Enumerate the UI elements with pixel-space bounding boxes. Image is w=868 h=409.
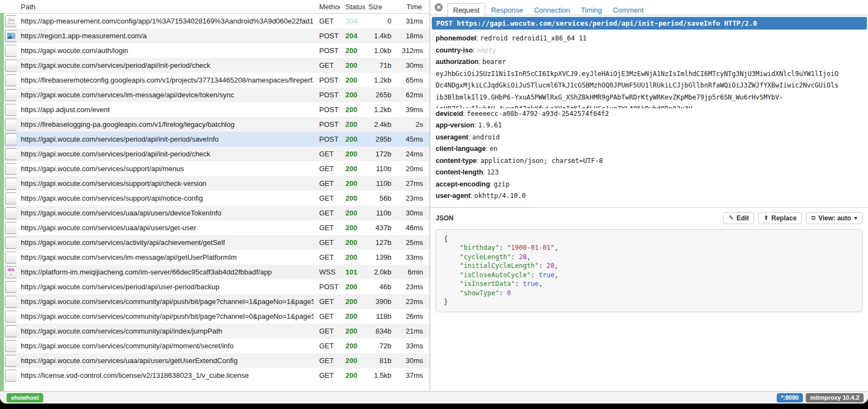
header-line[interactable]: content-length: 123 <box>436 167 863 179</box>
header-line[interactable]: app-version: 1.9.61 <box>436 120 863 132</box>
flow-list: PathMethodStatusSizeTime 304https://app-… <box>0 0 430 391</box>
view-mode-button[interactable]: ⧉View: auto▾ <box>806 212 863 224</box>
detail-panel: ✕ RequestResponseConnectionTimingComment… <box>430 0 868 391</box>
flow-row[interactable]: WS⇔https://platform-im.meiqijiacheng.com… <box>0 265 430 279</box>
flow-method: WSS <box>314 268 340 276</box>
flow-row[interactable]: https://gapi.wocute.com/services/period/… <box>0 58 430 73</box>
header-name: authorization <box>436 58 478 66</box>
flow-row[interactable]: https://gapi.wocute.com/services/communi… <box>0 294 430 309</box>
flow-row[interactable]: https://gapi.wocute.com/auth/loginPOST20… <box>0 43 430 58</box>
document-icon <box>5 178 16 190</box>
flow-row[interactable]: https://firebaseremoteconfig.googleapis.… <box>0 73 430 87</box>
flow-size: 139b <box>365 253 396 261</box>
header-colon: : <box>486 145 490 153</box>
flow-method: POST <box>314 106 340 114</box>
flow-status: 101 <box>340 268 365 276</box>
flow-row[interactable]: https://gapi.wocute.com/services/support… <box>0 176 430 191</box>
flow-size: 1.5kb <box>365 371 396 379</box>
flow-size: 390b <box>365 297 396 306</box>
header-line[interactable]: client-language: en <box>436 143 863 155</box>
dropdown-caret-icon: ▾ <box>854 215 857 221</box>
flow-row[interactable]: https://gapi.wocute.com/services/activit… <box>0 235 430 250</box>
header-line[interactable]: content-type: application/json; charset=… <box>436 155 863 167</box>
flow-row[interactable]: https://firebaselogging-pa.googleapis.co… <box>0 117 430 132</box>
header-line[interactable]: phonemodel: redroid redroid11_x86_64 11 <box>436 33 863 45</box>
header-line[interactable]: authorization: bearereyJhbGciOiJSUzI1NiI… <box>436 56 863 108</box>
flow-row[interactable]: https://gapi.wocute.com/services/period/… <box>0 147 430 161</box>
header-name: accept-encoding <box>436 180 490 188</box>
header-line[interactable]: user-agent: okhttp/4.10.0 <box>436 190 863 202</box>
flow-time: 62ms <box>396 91 430 99</box>
flow-row[interactable]: https://app.adjust.com/eventPOST2001.2kb… <box>0 102 430 117</box>
flow-row[interactable]: https://gapi.wocute.com/services/communi… <box>0 338 430 353</box>
header-value: en <box>490 145 497 153</box>
flow-size: 265b <box>365 91 396 99</box>
flow-row[interactable]: https://gapi.wocute.com/services/im-mess… <box>0 87 430 102</box>
main-area: PathMethodStatusSizeTime 304https://app-… <box>0 0 868 391</box>
flow-row[interactable]: https://gapi.wocute.com/services/communi… <box>0 324 430 338</box>
flow-row[interactable]: https://license.vod-control.com/license/… <box>0 368 430 383</box>
header-name: useragent <box>436 133 468 141</box>
button-label: Edit <box>736 214 749 222</box>
flow-row[interactable]: https://gapi.wocute.com/services/communi… <box>0 309 430 324</box>
flow-row[interactable]: https://gapi.wocute.com/services/support… <box>0 191 430 206</box>
flow-method: GET <box>314 371 340 379</box>
flow-status: 200 <box>340 106 365 114</box>
flow-size: 1.4kb <box>365 32 396 40</box>
flow-row[interactable]: https://gapi.wocute.com/services/period/… <box>0 279 430 294</box>
flow-method: GET <box>314 194 340 202</box>
request-line[interactable]: POST https://gapi.wocute.com/services/pe… <box>432 17 867 30</box>
column-header-path: Path <box>16 3 314 11</box>
flow-status: 200 <box>340 224 365 232</box>
flow-status: 200 <box>340 179 365 188</box>
flow-row[interactable]: https://gapi.wocute.com/services/uaa/api… <box>0 206 430 220</box>
column-header-method: Method <box>314 3 340 11</box>
flow-size: 127b <box>365 238 396 247</box>
tab-comment[interactable]: Comment <box>607 4 649 17</box>
listen-address-badge: *:8080 <box>777 393 803 402</box>
flow-time: 24ms <box>396 150 430 158</box>
flow-row[interactable]: https://gapi.wocute.com/services/period/… <box>0 132 430 147</box>
flow-time: 312ms <box>396 46 430 55</box>
tab-connection[interactable]: Connection <box>529 4 576 17</box>
json-body-view[interactable]: { "birthday": "1900-01-01", "cycleLength… <box>436 229 863 312</box>
document-icon <box>5 148 16 160</box>
edit-button[interactable]: ✎Edit <box>723 212 754 224</box>
flow-path: https://gapi.wocute.com/services/communi… <box>16 327 314 335</box>
flow-size: 2.4kb <box>365 120 396 128</box>
tab-request[interactable]: Request <box>447 3 485 17</box>
header-line[interactable]: deviceid: feeeeecc-a08b-4792-a93d-254257… <box>436 108 863 120</box>
button-label: Replace <box>771 214 796 222</box>
flow-time: 23ms <box>396 194 430 202</box>
flow-status: 200 <box>340 165 365 173</box>
header-line[interactable]: accept-encoding: gzip <box>436 179 863 191</box>
header-line[interactable]: useragent: android <box>436 132 863 144</box>
flow-path: https://gapi.wocute.com/services/communi… <box>16 312 314 320</box>
document-icon <box>5 296 16 308</box>
detail-tabbar: ✕ RequestResponseConnectionTimingComment <box>430 0 868 15</box>
flow-time: 37ms <box>396 371 430 379</box>
flow-method: GET <box>314 61 340 69</box>
flow-path: https://app.adjust.com/event <box>16 106 314 114</box>
flow-time: 30ms <box>396 209 430 217</box>
flow-row[interactable]: https://gapi.wocute.com/services/uaa/api… <box>0 220 430 235</box>
flow-row[interactable]: https://gapi.wocute.com/services/im-mess… <box>0 250 430 265</box>
close-icon[interactable]: ✕ <box>435 3 443 11</box>
flow-row[interactable]: https://gapi.wocute.com/services/support… <box>0 161 430 176</box>
flow-size: 110b <box>365 165 396 173</box>
header-name: user-agent <box>436 192 471 200</box>
replace-button[interactable]: ⬆Replace <box>758 212 802 224</box>
tab-response[interactable]: Response <box>485 4 529 17</box>
header-colon: : <box>463 110 467 118</box>
flow-row[interactable]: https://region1.app-measurement.com/aPOS… <box>0 28 430 43</box>
flow-row[interactable]: https://gapi.wocute.com/services/uaa/api… <box>0 353 430 368</box>
flow-path: https://firebaseremoteconfig.googleapis.… <box>16 76 314 84</box>
flow-time: 22ms <box>396 297 430 306</box>
header-line[interactable]: country-iso: empty <box>436 45 863 57</box>
flow-method: GET <box>314 150 340 158</box>
header-value: 123 <box>487 168 499 176</box>
flow-row[interactable]: 304https://app-measurement.com/config/ap… <box>0 14 430 28</box>
tab-timing[interactable]: Timing <box>576 4 608 17</box>
header-name: content-length <box>436 168 483 176</box>
flow-path: https://platform-im.meiqijiacheng.com/im… <box>16 268 314 276</box>
